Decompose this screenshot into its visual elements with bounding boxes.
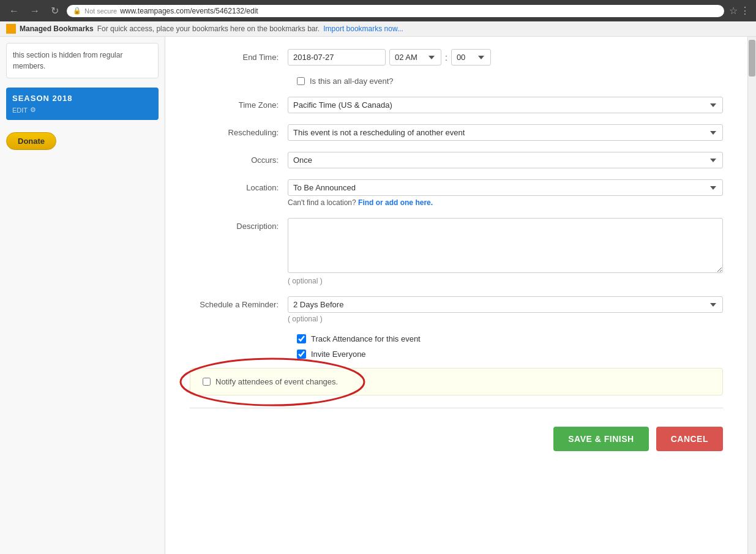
cancel-button[interactable]: CANCEL [656,427,723,451]
reload-button[interactable]: ↻ [48,4,62,18]
timezone-label: Time Zone: [190,97,288,110]
invite-everyone-label[interactable]: Invite Everyone [311,350,366,359]
season-title: SEASON 2018 [12,94,152,103]
allday-label[interactable]: Is this an all-day event? [310,77,394,86]
occurs-select[interactable]: Once Weekly Monthly [288,152,723,168]
invite-everyone-checkbox[interactable] [297,350,306,359]
address-bar[interactable]: 🔒 Not secure www.teampages.com/events/54… [67,5,724,17]
form-buttons: SAVE & FINISH CANCEL [190,421,723,451]
location-hint: Can't find a location? Find or add one h… [288,198,723,207]
gear-icon: ⚙ [30,106,36,114]
reminder-label: Schedule a Reminder: [190,296,288,309]
scrollbar-track [748,37,756,554]
reminder-row: Schedule a Reminder: 2 Days Before 1 Day… [190,296,723,323]
end-time-date-input[interactable] [288,49,386,66]
description-label: Description: [190,218,288,231]
bookmark-icon [6,24,16,34]
occurs-control: Once Weekly Monthly [288,152,723,168]
notify-checkbox[interactable] [203,378,211,386]
save-finish-button[interactable]: SAVE & FINISH [553,427,648,451]
track-attendance-checkbox[interactable] [297,334,306,343]
rescheduling-select[interactable]: This event is not a rescheduling of anot… [288,124,723,141]
location-row: Location: To Be Announced Can't find a l… [190,179,723,207]
not-secure-label: Not secure [84,7,117,15]
managed-bookmarks-label: Managed Bookmarks [20,24,94,33]
description-optional: ( optional ) [288,277,723,285]
end-time-label: End Time: [190,49,288,62]
rescheduling-control: This event is not a rescheduling of anot… [288,124,723,141]
location-select[interactable]: To Be Announced [288,179,723,196]
scrollbar-thumb[interactable] [749,40,755,77]
end-time-controls: 02 AM : 00 [288,49,723,66]
reminder-optional: ( optional ) [288,315,723,323]
donate-button[interactable]: Donate [6,132,56,150]
end-time-row: End Time: 02 AM : 00 [190,49,723,66]
reminder-control: 2 Days Before 1 Day Before 1 Week Before… [288,296,723,323]
lock-icon: 🔒 [73,7,81,15]
end-time-minute-select[interactable]: 00 [451,49,491,66]
notify-box: Notify attendees of event changes. [190,368,723,395]
season-edit[interactable]: EDIT ⚙ [12,106,152,114]
occurs-label: Occurs: [190,152,288,165]
timezone-select[interactable]: Pacific Time (US & Canada) Eastern Time … [288,97,723,113]
allday-row: Is this an all-day event? [190,77,723,86]
location-label: Location: [190,179,288,192]
timezone-control: Pacific Time (US & Canada) Eastern Time … [288,97,723,113]
season-block: SEASON 2018 EDIT ⚙ [6,88,159,120]
occurs-row: Occurs: Once Weekly Monthly [190,152,723,168]
import-bookmarks-link[interactable]: Import bookmarks now... [323,24,403,33]
time-separator: : [445,53,447,62]
description-row: Description: ( optional ) [190,218,723,285]
sidebar-note: this section is hidden from regular memb… [6,43,159,78]
track-attendance-label[interactable]: Track Attendance for this event [311,334,421,343]
back-button[interactable]: ← [6,4,22,18]
main-content: End Time: 02 AM : 00 Is this an all-day … [165,37,747,554]
notify-label[interactable]: Notify attendees of event changes. [215,377,338,386]
description-control: ( optional ) [288,218,723,285]
page-layout: this section is hidden from regular memb… [0,37,756,554]
description-textarea[interactable] [288,218,723,273]
reminder-select[interactable]: 2 Days Before 1 Day Before 1 Week Before… [288,296,723,313]
timezone-row: Time Zone: Pacific Time (US & Canada) Ea… [190,97,723,113]
url-text: www.teampages.com/events/5462132/edit [120,7,258,15]
forward-button[interactable]: → [27,4,43,18]
bookmarks-hint-text: For quick access, place your bookmarks h… [97,24,320,33]
rescheduling-label: Rescheduling: [190,124,288,137]
track-attendance-row: Track Attendance for this event [190,334,723,343]
browser-chrome: ← → ↻ 🔒 Not secure www.teampages.com/eve… [0,0,756,21]
allday-checkbox[interactable] [297,77,305,85]
end-time-hour-select[interactable]: 02 AM [389,49,441,66]
bookmarks-bar: Managed Bookmarks For quick access, plac… [0,21,756,37]
sidebar: this section is hidden from regular memb… [0,37,165,554]
browser-actions: ☆ ⋮ [729,5,750,17]
invite-everyone-row: Invite Everyone [190,350,723,359]
notify-container: Notify attendees of event changes. [190,368,723,395]
rescheduling-row: Rescheduling: This event is not a resche… [190,124,723,141]
location-link[interactable]: Find or add one here. [358,198,433,207]
location-control: To Be Announced Can't find a location? F… [288,179,723,207]
right-scrollbar[interactable] [747,37,756,554]
form-divider [190,408,723,408]
